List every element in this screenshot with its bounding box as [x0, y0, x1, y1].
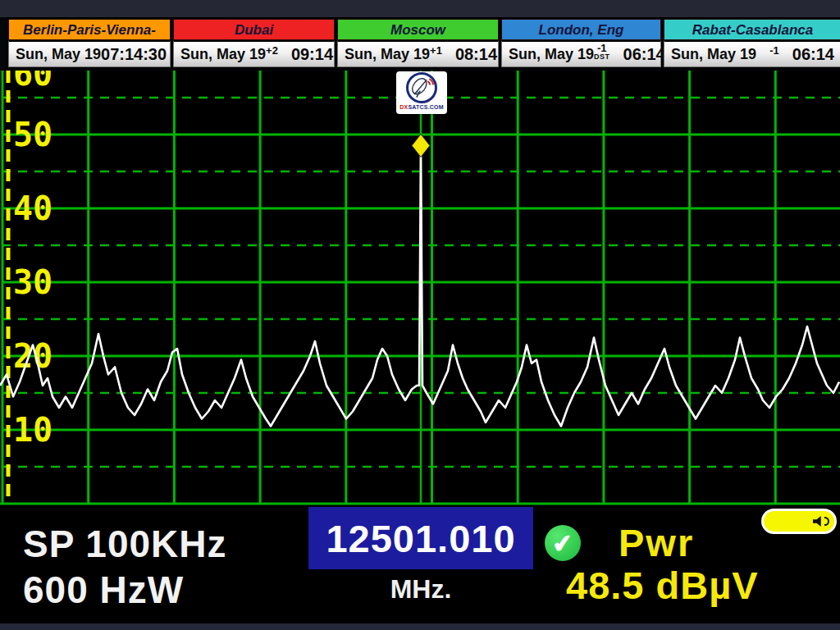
time-row-london-eng: Sun, May 19-1DST06:14:30	[501, 40, 661, 67]
time-rabat-casablanca: 06:14	[792, 45, 834, 64]
y-axis-label: 30	[13, 263, 52, 301]
power-value: 48.5 dBµV	[566, 563, 759, 608]
time-row-berlin-paris-vienna-roma: Sun, May 1907:14:30	[8, 40, 171, 67]
time-row-dubai: Sun, May 19+209:14	[173, 40, 335, 67]
dxsatcs-logo: DXSATCS.COM	[396, 71, 447, 114]
clock-row: Berlin-Paris-Vienna-RomaSun, May 1907:14…	[7, 17, 840, 69]
spectrum-analyzer-screen: Berlin-Paris-Vienna-RomaSun, May 1907:14…	[0, 0, 840, 630]
satellite-dish-icon	[406, 72, 437, 103]
world-clock-bar: Berlin-Paris-Vienna-RomaSun, May 1907:14…	[0, 0, 840, 71]
frequency-display: 12501.010	[308, 507, 533, 569]
city-name-london-eng: London, Eng	[501, 19, 661, 40]
utc-offset-moscow: +1	[430, 46, 442, 55]
readout-panel: SP 100KHz 600 HzW 12501.010 MHz. ✔ Pwr 4…	[0, 505, 840, 630]
y-axis-label: 50	[13, 116, 52, 153]
bottom-strip	[0, 623, 840, 630]
utc-offset-dubai: +2	[266, 46, 278, 55]
top-strip	[0, 0, 840, 17]
clock-cell-dubai: DubaiSun, May 19+209:14	[173, 19, 335, 67]
frequency-unit-label: MHz.	[308, 574, 533, 605]
date-dubai: Sun, May 19	[180, 46, 266, 63]
clock-cell-moscow: MoscowSun, May 19+108:14	[337, 19, 499, 67]
city-name-berlin-paris-vienna-roma: Berlin-Paris-Vienna-Roma	[8, 19, 171, 40]
spectrum-chart: 102030405060	[0, 71, 840, 505]
speaker-wave-icon	[824, 517, 829, 526]
clock-cell-london-eng: London, EngSun, May 19-1DST06:14:30	[501, 19, 661, 67]
spectrum-trace	[0, 151, 839, 427]
y-axis-label: 10	[13, 411, 52, 449]
lock-check-icon: ✔	[545, 525, 581, 561]
time-row-rabat-casablanca: Sun, May 19-106:14	[664, 40, 840, 67]
span-setting-label: SP 100KHz	[23, 522, 227, 566]
y-axis-label: 60	[13, 71, 52, 93]
date-moscow: Sun, May 19	[345, 46, 430, 63]
audio-toggle-pill[interactable]	[761, 509, 837, 534]
logo-satcs: SATCS.COM	[408, 104, 443, 110]
y-axis-label: 40	[13, 189, 52, 227]
logo-dx: DX	[399, 104, 408, 110]
time-dubai: 09:14	[291, 45, 333, 64]
time-row-moscow: Sun, May 19+108:14	[337, 40, 499, 67]
date-berlin-paris-vienna-roma: Sun, May 19	[16, 46, 101, 63]
logo-text: DXSATCS.COM	[399, 103, 443, 112]
utc-offset-london-eng: -1DST	[594, 43, 610, 59]
time-moscow: 08:14	[455, 45, 497, 64]
speaker-icon	[813, 516, 824, 527]
check-glyph: ✔	[551, 527, 575, 558]
date-london-eng: Sun, May 19	[509, 46, 594, 63]
bandwidth-setting-label: 600 HzW	[23, 568, 184, 612]
power-label: Pwr	[619, 520, 694, 565]
marker-diamond	[412, 135, 430, 158]
clock-cell-berlin-paris-vienna-roma: Berlin-Paris-Vienna-RomaSun, May 1907:14…	[8, 19, 171, 67]
date-rabat-casablanca: Sun, May 19	[671, 46, 756, 63]
utc-offset-rabat-casablanca: -1	[769, 46, 779, 55]
y-axis-label: 20	[13, 337, 52, 375]
city-name-moscow: Moscow	[337, 19, 499, 40]
city-name-rabat-casablanca: Rabat-Casablanca	[664, 19, 840, 40]
clock-cell-rabat-casablanca: Rabat-CasablancaSun, May 19-106:14	[664, 19, 840, 67]
frequency-value: 12501.010	[326, 516, 515, 561]
spectrum-chart-area: 102030405060 DXSATCS.COM	[0, 71, 840, 505]
city-name-dubai: Dubai	[173, 19, 335, 40]
time-berlin-paris-vienna-roma: 07:14:30	[101, 45, 167, 64]
